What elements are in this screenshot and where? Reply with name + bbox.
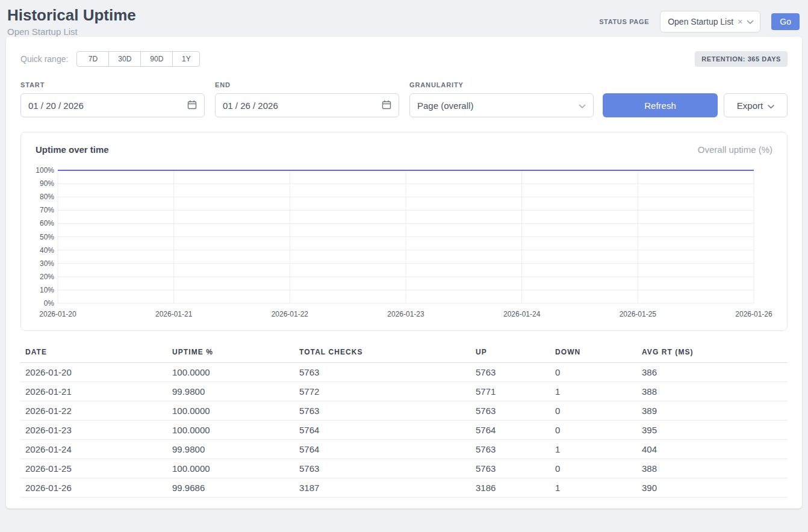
table-row: 2026-01-23100.0000576457640395 [20, 421, 788, 440]
start-date-input[interactable]: 01 / 20 / 2026 [20, 93, 205, 117]
start-date-value: 01 / 20 / 2026 [28, 101, 84, 111]
quick-range-1y[interactable]: 1Y [172, 51, 200, 67]
quick-range-group: 7D30D90D1Y [76, 51, 200, 67]
y-tick-label: 20% [40, 273, 54, 281]
quick-range-90d[interactable]: 90D [140, 51, 173, 67]
table-cell: 5763 [471, 440, 550, 459]
table-cell: 5763 [294, 401, 471, 421]
uptime-table: DATEUPTIME %TOTAL CHECKSUPDOWNAVG RT (MS… [20, 342, 788, 498]
x-tick-label: 2026-01-24 [503, 310, 541, 318]
table-row: 2026-01-2699.9686318731861390 [20, 478, 788, 498]
table-cell: 99.9800 [167, 382, 294, 401]
table-cell: 0 [550, 459, 637, 478]
column-header: AVG RT (MS) [637, 342, 788, 363]
x-tick-label: 2026-01-25 [620, 310, 657, 318]
x-tick-label: 2026-01-22 [272, 310, 309, 318]
table-cell: 0 [550, 363, 637, 382]
table-cell: 1 [550, 478, 637, 498]
table-cell: 99.9686 [167, 478, 294, 498]
page-subtitle: Open Startup List [7, 26, 136, 37]
main-card: Quick range: 7D30D90D1Y RETENTION: 365 D… [6, 37, 802, 509]
chart-panel: Uptime over time Overall uptime (%) 0%10… [20, 132, 788, 331]
y-tick-label: 30% [40, 259, 54, 268]
calendar-icon[interactable] [382, 100, 391, 111]
table-cell: 389 [637, 401, 788, 421]
table-cell: 5772 [294, 382, 471, 401]
end-date-label: END [215, 81, 399, 88]
table-cell: 100.0000 [167, 363, 294, 382]
page-heading: Historical Uptime Open Startup List [7, 6, 136, 37]
y-tick-label: 10% [40, 286, 54, 294]
column-header: TOTAL CHECKS [294, 342, 471, 363]
calendar-icon[interactable] [187, 100, 197, 111]
column-header: DATE [20, 342, 167, 363]
table-row: 2026-01-20100.0000576357630386 [20, 363, 788, 382]
table-cell: 3186 [471, 478, 550, 498]
table-cell: 386 [637, 363, 788, 382]
y-tick-label: 90% [40, 179, 54, 188]
y-tick-label: 0% [44, 299, 55, 308]
table-header-row: DATEUPTIME %TOTAL CHECKSUPDOWNAVG RT (MS… [20, 342, 788, 363]
table-cell: 2026-01-21 [20, 382, 167, 401]
table-cell: 100.0000 [167, 401, 294, 421]
granularity-value: Page (overall) [417, 101, 473, 111]
table-cell: 5764 [294, 421, 471, 440]
y-tick-label: 60% [40, 220, 54, 228]
table-cell: 404 [637, 440, 788, 459]
end-date-value: 01 / 26 / 2026 [223, 101, 278, 111]
table-row: 2026-01-25100.0000576357630388 [20, 459, 788, 478]
quick-range-7d[interactable]: 7D [76, 51, 109, 67]
table-cell: 99.9800 [167, 440, 294, 459]
chart-title: Uptime over time [36, 144, 109, 155]
table-cell: 5763 [471, 459, 550, 478]
column-header: UP [471, 342, 550, 363]
quick-range-label: Quick range: [20, 54, 68, 64]
export-button-label: Export [737, 101, 763, 111]
granularity-select[interactable]: Page (overall) [409, 93, 594, 117]
status-page-select[interactable]: Open Startup List × [660, 11, 760, 32]
table-cell: 2026-01-22 [20, 401, 167, 421]
table-cell: 395 [637, 421, 788, 440]
y-tick-label: 40% [40, 246, 54, 255]
table-cell: 3187 [294, 478, 471, 498]
table-cell: 100.0000 [167, 421, 294, 440]
table-cell: 390 [637, 478, 788, 498]
page-title: Historical Uptime [7, 6, 136, 25]
column-header: UPTIME % [167, 342, 294, 363]
quick-range-row: Quick range: 7D30D90D1Y RETENTION: 365 D… [20, 51, 788, 67]
table-cell: 1 [550, 440, 637, 459]
end-date-input[interactable]: 01 / 26 / 2026 [215, 93, 399, 117]
table-cell: 0 [550, 401, 637, 421]
quick-range-30d[interactable]: 30D [108, 51, 141, 67]
table-cell: 2026-01-26 [20, 478, 167, 498]
table-cell: 5763 [471, 401, 550, 421]
x-tick-label: 2026-01-21 [155, 310, 193, 318]
end-date-field-wrap: END 01 / 26 / 2026 [215, 81, 399, 117]
page-header: Historical Uptime Open Startup List STAT… [0, 0, 808, 37]
y-tick-label: 50% [40, 233, 54, 241]
table-cell: 2026-01-23 [20, 421, 167, 440]
export-button[interactable]: Export [724, 93, 788, 117]
y-tick-label: 70% [40, 206, 54, 214]
table-row: 2026-01-2499.9800576457631404 [20, 440, 788, 459]
table-cell: 5763 [471, 363, 550, 382]
chart-legend: Overall uptime (%) [698, 144, 772, 155]
start-date-field-wrap: START 01 / 20 / 2026 [20, 81, 205, 117]
status-page-label: STATUS PAGE [599, 18, 649, 25]
table-cell: 5771 [471, 382, 550, 401]
y-tick-label: 100% [36, 166, 54, 175]
table-cell: 388 [637, 459, 788, 478]
clear-icon[interactable]: × [738, 17, 742, 26]
start-date-label: START [20, 81, 205, 88]
table-cell: 0 [550, 421, 637, 440]
refresh-button[interactable]: Refresh [603, 93, 718, 117]
table-cell: 5763 [294, 459, 471, 478]
table-row: 2026-01-22100.0000576357630389 [20, 401, 788, 421]
table-cell: 5763 [294, 363, 471, 382]
granularity-label: GRANULARITY [409, 81, 594, 88]
table-cell: 100.0000 [167, 459, 294, 478]
uptime-chart: 0%10%20%30%40%50%60%70%80%90%100%2026-01… [21, 163, 787, 324]
x-tick-label: 2026-01-26 [735, 310, 772, 318]
table-cell: 5764 [471, 421, 550, 440]
go-button[interactable]: Go [771, 13, 800, 30]
